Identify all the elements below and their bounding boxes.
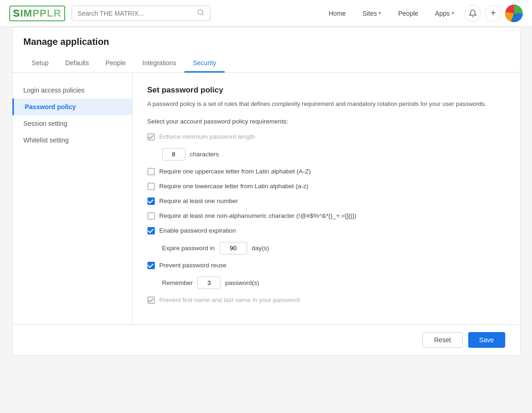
page-container: Manage application Setup Defaults People… [12,27,520,356]
nav-item-people[interactable]: People [391,6,425,21]
sidebar-item-whitelist[interactable]: Whitelist setting [12,132,132,148]
tab-setup[interactable]: Setup [24,55,57,73]
label-prevent-name: Prevent first name and last name in your… [159,296,300,303]
sidebar: Login access policies Password policy Se… [12,73,133,324]
tab-security[interactable]: Security [184,55,225,73]
checkbox-require-special[interactable] [147,212,155,220]
notifications-button[interactable] [465,5,481,22]
svg-point-0 [198,10,203,15]
checkbox-enable-expiration[interactable] [147,227,155,234]
label-require-special: Require at least one non-alphanumeric ch… [159,212,357,219]
sidebar-item-session[interactable]: Session setting [12,115,132,132]
policy-row-special: Require at least one non-alphanumeric ch… [147,212,505,220]
policy-row-remember-passwords: Remember password(s) [162,277,505,289]
svg-line-1 [202,14,203,15]
main-nav: Home Sites ▾ People Apps ▾ [322,6,461,21]
page-footer: Reset Save [12,324,520,355]
reset-button[interactable]: Reset [422,332,463,348]
nav-item-sites[interactable]: Sites ▾ [356,6,388,21]
page-title: Manage application [24,37,509,47]
policy-row-enforce-min-length: Enforce minimum password length [147,133,505,141]
policy-row-expire-days: Expire password in day(s) [162,242,505,254]
tab-people[interactable]: People [97,55,134,73]
label-days: day(s) [252,245,269,252]
tab-integrations[interactable]: Integrations [134,55,184,73]
sites-chevron-icon: ▾ [379,10,381,16]
checkbox-prevent-name[interactable] [147,296,155,304]
tab-defaults[interactable]: Defaults [57,55,97,73]
search-icon [197,9,204,18]
page-header: Manage application Setup Defaults People… [12,27,520,73]
sidebar-item-password-policy[interactable]: Password policy [12,99,132,115]
label-remember: Remember [162,279,193,286]
main-content: Set password policy A password policy is… [133,73,520,324]
policy-row-prevent-reuse: Prevent password reuse [147,262,505,269]
input-min-length[interactable] [162,148,185,160]
tabs: Setup Defaults People Integrations Secur… [24,55,509,72]
header-actions: + [465,5,523,22]
content-area: Login access policies Password policy Se… [12,73,520,324]
checkbox-require-number[interactable] [147,197,155,205]
label-passwords: password(s) [225,279,259,286]
label-require-number: Require at least one number [159,197,238,204]
label-enforce-min-length: Enforce minimum password length [159,133,255,140]
policy-row-prevent-name: Prevent first name and last name in your… [147,296,505,304]
checkbox-require-uppercase[interactable] [147,168,155,175]
input-expire-days[interactable] [220,242,247,254]
label-enable-expiration: Enable password expiration [159,227,236,234]
section-title: Set password policy [147,86,505,95]
section-description: A password policy is a set of rules that… [147,99,505,109]
nav-item-apps[interactable]: Apps ▾ [428,6,461,21]
checkbox-require-lowercase[interactable] [147,183,155,190]
label-characters: characters [190,151,219,158]
label-prevent-reuse: Prevent password reuse [159,262,227,269]
checkbox-enforce-min-length[interactable] [147,133,155,141]
policy-row-number: Require at least one number [147,197,505,205]
policy-row-expiration: Enable password expiration [147,227,505,234]
label-expire-password-in: Expire password in [162,245,215,252]
policy-row-lowercase: Require one lowercase letter from Latin … [147,183,505,190]
app-header: SIMPPLR Home Sites ▾ People Apps ▾ + [0,0,532,27]
search-input[interactable] [78,10,193,17]
avatar[interactable] [505,5,523,22]
sidebar-item-login[interactable]: Login access policies [12,82,132,99]
add-button[interactable]: + [485,5,501,22]
main-wrapper: Manage application Setup Defaults People… [0,27,532,413]
logo-text: SIMPPLR [13,7,61,19]
label-require-uppercase: Require one uppercase letter from Latin … [159,168,311,175]
policy-row-min-chars: characters [162,148,505,160]
search-box[interactable] [72,6,210,21]
label-require-lowercase: Require one lowercase letter from Latin … [159,183,309,190]
policy-row-uppercase: Require one uppercase letter from Latin … [147,168,505,175]
apps-chevron-icon: ▾ [452,10,454,16]
input-remember-count[interactable] [197,277,220,289]
select-requirements-label: Select your account password policy requ… [147,118,505,125]
nav-item-home[interactable]: Home [322,6,352,21]
app-logo[interactable]: SIMPPLR [9,6,65,21]
save-button[interactable]: Save [468,332,505,348]
checkbox-prevent-reuse[interactable] [147,262,155,269]
